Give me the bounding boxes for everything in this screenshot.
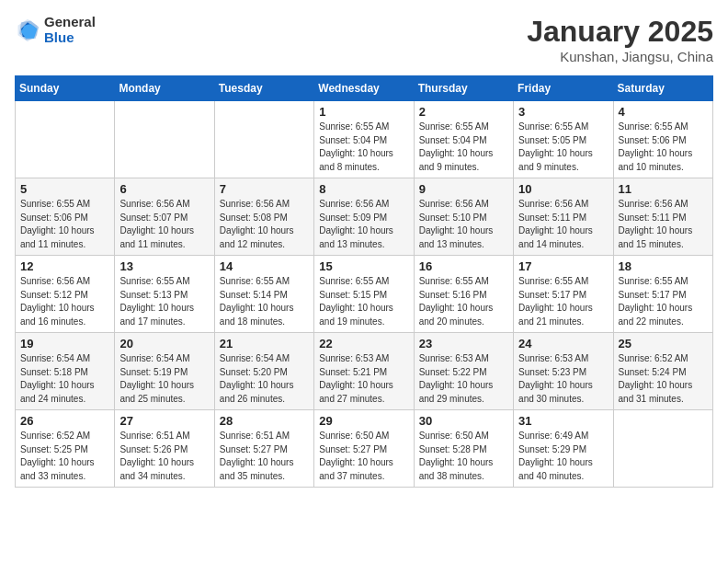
header-row: Sunday Monday Tuesday Wednesday Thursday…: [16, 76, 713, 101]
calendar-cell: 6Sunrise: 6:56 AM Sunset: 5:07 PM Daylig…: [115, 178, 214, 256]
cell-info: Sunrise: 6:55 AM Sunset: 5:06 PM Dayligh…: [20, 198, 109, 251]
cell-info: Sunrise: 6:53 AM Sunset: 5:23 PM Dayligh…: [518, 352, 608, 406]
calendar-cell: 17Sunrise: 6:55 AM Sunset: 5:17 PM Dayli…: [514, 256, 613, 333]
calendar-cell: 1Sunrise: 6:55 AM Sunset: 5:04 PM Daylig…: [314, 101, 414, 178]
cell-info: Sunrise: 6:56 AM Sunset: 5:12 PM Dayligh…: [20, 275, 109, 328]
col-sunday: Sunday: [16, 76, 115, 101]
month-title: January 2025: [527, 15, 713, 49]
day-number: 31: [518, 414, 608, 428]
day-number: 26: [20, 414, 109, 428]
cell-info: Sunrise: 6:56 AM Sunset: 5:09 PM Dayligh…: [319, 198, 408, 251]
day-number: 17: [518, 259, 608, 273]
calendar-week-row: 1Sunrise: 6:55 AM Sunset: 5:04 PM Daylig…: [16, 101, 713, 178]
cell-info: Sunrise: 6:49 AM Sunset: 5:29 PM Dayligh…: [518, 430, 608, 483]
calendar-cell: [115, 101, 214, 178]
cell-info: Sunrise: 6:56 AM Sunset: 5:08 PM Dayligh…: [220, 198, 309, 251]
calendar-week-row: 5Sunrise: 6:55 AM Sunset: 5:06 PM Daylig…: [16, 178, 713, 256]
cell-info: Sunrise: 6:55 AM Sunset: 5:15 PM Dayligh…: [319, 275, 408, 328]
location-title: Kunshan, Jiangsu, China: [527, 49, 713, 64]
day-number: 18: [619, 259, 708, 273]
calendar-body: 1Sunrise: 6:55 AM Sunset: 5:04 PM Daylig…: [16, 101, 713, 488]
calendar-week-row: 19Sunrise: 6:54 AM Sunset: 5:18 PM Dayli…: [16, 333, 713, 410]
day-number: 22: [319, 337, 408, 350]
cell-info: Sunrise: 6:55 AM Sunset: 5:04 PM Dayligh…: [319, 121, 408, 174]
calendar-week-row: 26Sunrise: 6:52 AM Sunset: 5:25 PM Dayli…: [16, 410, 713, 488]
day-number: 27: [119, 414, 209, 428]
cell-info: Sunrise: 6:51 AM Sunset: 5:26 PM Dayligh…: [119, 430, 209, 483]
calendar-cell: 20Sunrise: 6:54 AM Sunset: 5:19 PM Dayli…: [115, 333, 214, 410]
cell-info: Sunrise: 6:55 AM Sunset: 5:16 PM Dayligh…: [419, 275, 508, 328]
calendar-cell: 23Sunrise: 6:53 AM Sunset: 5:22 PM Dayli…: [414, 333, 513, 410]
day-number: 5: [20, 182, 109, 196]
day-number: 12: [20, 259, 109, 273]
calendar-cell: 13Sunrise: 6:55 AM Sunset: 5:13 PM Dayli…: [115, 256, 214, 333]
cell-info: Sunrise: 6:55 AM Sunset: 5:05 PM Dayligh…: [518, 121, 608, 174]
calendar-cell: 19Sunrise: 6:54 AM Sunset: 5:18 PM Dayli…: [16, 333, 115, 410]
cell-info: Sunrise: 6:53 AM Sunset: 5:22 PM Dayligh…: [419, 352, 508, 406]
cell-info: Sunrise: 6:56 AM Sunset: 5:10 PM Dayligh…: [419, 198, 508, 251]
day-number: 19: [20, 337, 109, 350]
calendar-cell: 25Sunrise: 6:52 AM Sunset: 5:24 PM Dayli…: [613, 333, 712, 410]
logo-blue-text: Blue: [44, 30, 96, 46]
day-number: 20: [119, 337, 209, 350]
cell-info: Sunrise: 6:55 AM Sunset: 5:14 PM Dayligh…: [220, 275, 309, 328]
day-number: 25: [619, 337, 708, 350]
cell-info: Sunrise: 6:54 AM Sunset: 5:20 PM Dayligh…: [220, 352, 309, 406]
day-number: 2: [419, 105, 508, 119]
calendar-cell: 24Sunrise: 6:53 AM Sunset: 5:23 PM Dayli…: [514, 333, 613, 410]
calendar-cell: 12Sunrise: 6:56 AM Sunset: 5:12 PM Dayli…: [16, 256, 115, 333]
calendar-cell: 31Sunrise: 6:49 AM Sunset: 5:29 PM Dayli…: [514, 410, 613, 488]
calendar-cell: 29Sunrise: 6:50 AM Sunset: 5:27 PM Dayli…: [314, 410, 414, 488]
day-number: 3: [518, 105, 608, 119]
calendar-cell: [613, 410, 712, 488]
calendar-cell: 5Sunrise: 6:55 AM Sunset: 5:06 PM Daylig…: [16, 178, 115, 256]
cell-info: Sunrise: 6:55 AM Sunset: 5:17 PM Dayligh…: [518, 275, 608, 328]
cell-info: Sunrise: 6:50 AM Sunset: 5:27 PM Dayligh…: [319, 430, 408, 483]
calendar-cell: 10Sunrise: 6:56 AM Sunset: 5:11 PM Dayli…: [514, 178, 613, 256]
cell-info: Sunrise: 6:55 AM Sunset: 5:06 PM Dayligh…: [619, 121, 708, 174]
col-saturday: Saturday: [613, 76, 712, 101]
calendar-cell: 15Sunrise: 6:55 AM Sunset: 5:15 PM Dayli…: [314, 256, 414, 333]
col-monday: Monday: [115, 76, 214, 101]
calendar-cell: [214, 101, 313, 178]
calendar-cell: 16Sunrise: 6:55 AM Sunset: 5:16 PM Dayli…: [414, 256, 513, 333]
logo: General Blue: [15, 15, 96, 45]
title-block: January 2025 Kunshan, Jiangsu, China: [527, 15, 713, 64]
day-number: 11: [619, 182, 708, 196]
calendar-week-row: 12Sunrise: 6:56 AM Sunset: 5:12 PM Dayli…: [16, 256, 713, 333]
calendar-cell: 3Sunrise: 6:55 AM Sunset: 5:05 PM Daylig…: [514, 101, 613, 178]
cell-info: Sunrise: 6:53 AM Sunset: 5:21 PM Dayligh…: [319, 352, 408, 406]
cell-info: Sunrise: 6:55 AM Sunset: 5:17 PM Dayligh…: [619, 275, 708, 328]
cell-info: Sunrise: 6:52 AM Sunset: 5:24 PM Dayligh…: [619, 352, 708, 406]
calendar-cell: 8Sunrise: 6:56 AM Sunset: 5:09 PM Daylig…: [314, 178, 414, 256]
col-tuesday: Tuesday: [214, 76, 313, 101]
col-friday: Friday: [514, 76, 613, 101]
cell-info: Sunrise: 6:54 AM Sunset: 5:19 PM Dayligh…: [119, 352, 209, 406]
day-number: 4: [619, 105, 708, 119]
day-number: 28: [220, 414, 309, 428]
calendar-table: Sunday Monday Tuesday Wednesday Thursday…: [15, 75, 713, 488]
day-number: 21: [220, 337, 309, 350]
day-number: 29: [319, 414, 408, 428]
col-wednesday: Wednesday: [314, 76, 414, 101]
calendar-cell: 21Sunrise: 6:54 AM Sunset: 5:20 PM Dayli…: [214, 333, 313, 410]
calendar-cell: 4Sunrise: 6:55 AM Sunset: 5:06 PM Daylig…: [613, 101, 712, 178]
calendar-cell: 7Sunrise: 6:56 AM Sunset: 5:08 PM Daylig…: [214, 178, 313, 256]
calendar-cell: 2Sunrise: 6:55 AM Sunset: 5:04 PM Daylig…: [414, 101, 513, 178]
cell-info: Sunrise: 6:56 AM Sunset: 5:11 PM Dayligh…: [619, 198, 708, 251]
cell-info: Sunrise: 6:55 AM Sunset: 5:04 PM Dayligh…: [419, 121, 508, 174]
page-header: General Blue January 2025 Kunshan, Jiang…: [15, 15, 713, 64]
calendar-cell: 28Sunrise: 6:51 AM Sunset: 5:27 PM Dayli…: [214, 410, 313, 488]
logo-text: General Blue: [44, 15, 96, 45]
day-number: 10: [518, 182, 608, 196]
calendar-cell: 11Sunrise: 6:56 AM Sunset: 5:11 PM Dayli…: [613, 178, 712, 256]
day-number: 16: [419, 259, 508, 273]
cell-info: Sunrise: 6:51 AM Sunset: 5:27 PM Dayligh…: [220, 430, 309, 483]
day-number: 9: [419, 182, 508, 196]
day-number: 14: [220, 259, 309, 273]
calendar-cell: 18Sunrise: 6:55 AM Sunset: 5:17 PM Dayli…: [613, 256, 712, 333]
col-thursday: Thursday: [414, 76, 513, 101]
day-number: 8: [319, 182, 408, 196]
calendar-cell: 14Sunrise: 6:55 AM Sunset: 5:14 PM Dayli…: [214, 256, 313, 333]
day-number: 15: [319, 259, 408, 273]
